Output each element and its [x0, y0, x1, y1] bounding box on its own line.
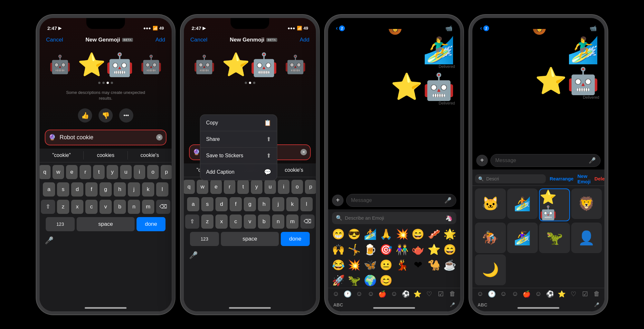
key-t[interactable]: t [93, 165, 105, 179]
sticker-surfer-f[interactable]: 🏄‍♀️ [507, 223, 538, 253]
sticker-lion[interactable]: 🦁 [571, 188, 602, 219]
thumbs-up-button-1[interactable]: 👍 [78, 108, 92, 123]
context-save-stickers[interactable]: Save to Stickers ⬆ [200, 148, 277, 164]
sticker-person[interactable]: 👤 [571, 223, 602, 253]
key-l[interactable]: l [156, 182, 168, 196]
key-delete[interactable]: ⌫ [156, 200, 170, 214]
emoji-search-input-3[interactable] [345, 215, 443, 221]
sticker-cat-objects[interactable]: ⭐ [556, 290, 567, 298]
key2-delete[interactable]: ⌫ [300, 215, 315, 229]
key2-e[interactable]: e [210, 180, 222, 194]
add-button-2[interactable]: Add [300, 37, 309, 43]
emoji-cell-22[interactable]: ❤ [411, 258, 426, 272]
emoji-cell-10[interactable]: 🤸 [347, 242, 362, 257]
key2-u[interactable]: u [264, 180, 276, 194]
key-w[interactable]: w [52, 165, 64, 179]
abc-label-4[interactable]: ABC [478, 302, 487, 307]
emoji-cell-1[interactable]: 😁 [331, 227, 346, 242]
key2-done[interactable]: done [281, 232, 310, 246]
key2-y[interactable]: y [251, 180, 262, 194]
delete-button-4[interactable]: Delete [594, 176, 608, 181]
key2-j[interactable]: j [272, 197, 284, 211]
emoji-genmoji-icon-3[interactable]: 🦄 [445, 215, 452, 222]
key2-123[interactable]: 123 [190, 232, 219, 246]
emoji-cell-9[interactable]: 🙌 [331, 242, 346, 257]
key2-i[interactable]: i [278, 180, 289, 194]
key-o[interactable]: o [147, 165, 159, 179]
key2-w[interactable]: w [197, 180, 208, 194]
sticker-cat-delete[interactable]: 🗑 [592, 290, 602, 297]
key-i[interactable]: i [134, 165, 145, 179]
key2-t[interactable]: t [237, 180, 249, 194]
key-n[interactable]: n [128, 200, 140, 214]
key-u[interactable]: u [120, 165, 132, 179]
key-s[interactable]: s [57, 182, 69, 196]
message-input-3[interactable]: Message 🎤 [346, 194, 456, 207]
key2-d[interactable]: d [215, 197, 228, 211]
key-a[interactable]: a [43, 182, 55, 196]
key2-a[interactable]: a [187, 197, 199, 211]
key2-v[interactable]: v [244, 215, 256, 229]
key-c[interactable]: c [85, 200, 98, 214]
emoji-cat-objects[interactable]: ⭐ [412, 290, 422, 298]
key2-q[interactable]: q [183, 180, 195, 194]
emoji-cell-24[interactable]: ☕ [442, 258, 458, 272]
mic-emoji-3[interactable]: 🎤 [450, 302, 455, 307]
key2-p[interactable]: p [305, 180, 317, 194]
emoji-cell-4[interactable]: 🙏 [379, 227, 394, 242]
emoji-cell-13[interactable]: 👫 [394, 242, 410, 257]
thumbs-down-button-1[interactable]: 👎 [99, 108, 113, 123]
contact-avatar-4[interactable]: 👩 [533, 22, 546, 35]
emoji-cell-19[interactable]: 🦋 [363, 258, 378, 272]
emoji-cell-12[interactable]: 🎯 [379, 242, 394, 257]
video-icon-3[interactable]: 📹 [445, 25, 452, 32]
emoji-cell-6[interactable]: 😄 [411, 227, 426, 242]
key-d[interactable]: d [71, 182, 83, 196]
autocomplete-2-3[interactable]: cookie's [272, 166, 316, 174]
key2-m[interactable]: m [286, 215, 298, 229]
key2-r[interactable]: r [224, 180, 235, 194]
key-e[interactable]: e [66, 165, 78, 179]
key-q[interactable]: q [39, 165, 51, 179]
emoji-cell-16[interactable]: 😄 [442, 242, 458, 257]
emoji-cell-26[interactable]: 🦖 [347, 273, 362, 288]
key-m[interactable]: m [142, 200, 154, 214]
emoji-cat-food[interactable]: 🍎 [377, 290, 388, 298]
emoji-cell-5[interactable]: 💥 [394, 227, 410, 242]
sticker-search-input-4[interactable] [486, 176, 543, 181]
emoji-cell-27[interactable]: 🌍 [363, 273, 378, 288]
key-r[interactable]: r [80, 165, 91, 179]
sticker-star-robot[interactable]: ⭐🤖 [539, 188, 570, 221]
key-h[interactable]: h [114, 182, 126, 196]
key2-k[interactable]: k [286, 197, 298, 211]
key2-x[interactable]: x [215, 215, 228, 229]
sticker-cat-nature[interactable]: ☺ [510, 290, 520, 297]
key2-g[interactable]: g [244, 197, 256, 211]
emoji-cat-symbols[interactable]: ♡ [424, 290, 434, 298]
key-z[interactable]: z [57, 200, 69, 214]
sticker-cat-people[interactable]: ☺ [498, 290, 508, 297]
sticker-cat-food[interactable]: 🍎 [522, 290, 532, 298]
key-v[interactable]: v [99, 200, 112, 214]
emoji-cat-travel[interactable]: ☺ [389, 290, 399, 297]
autocomplete-item-1[interactable]: "cookie" [40, 151, 84, 160]
key2-s[interactable]: s [201, 197, 213, 211]
sticker-moon[interactable]: 🌙 [475, 254, 506, 285]
mic-icon-1[interactable]: 🎤 [45, 236, 53, 245]
key-space[interactable]: space [77, 217, 135, 231]
emoji-cat-clock[interactable]: 🕐 [342, 290, 353, 298]
sticker-cat[interactable]: 🐱 [475, 188, 506, 219]
rearrange-button-4[interactable]: Rearrange [550, 176, 573, 181]
video-icon-4[interactable]: 📹 [590, 25, 597, 32]
key2-f[interactable]: f [230, 197, 242, 211]
add-message-button-3[interactable]: + [332, 195, 344, 206]
key2-h[interactable]: h [258, 197, 270, 211]
clear-search-button-1[interactable]: ✕ [156, 134, 163, 141]
emoji-cell-7[interactable]: 🥓 [426, 227, 442, 242]
mic-icon-2[interactable]: 🎤 [189, 251, 198, 260]
key-done[interactable]: done [137, 217, 166, 231]
context-copy[interactable]: Copy 📋 [200, 115, 277, 131]
sticker-cat-flags[interactable]: ☑ [580, 290, 590, 298]
abc-label-3[interactable]: ABC [333, 302, 343, 307]
message-input-4[interactable]: Message 🎤 [490, 154, 601, 167]
